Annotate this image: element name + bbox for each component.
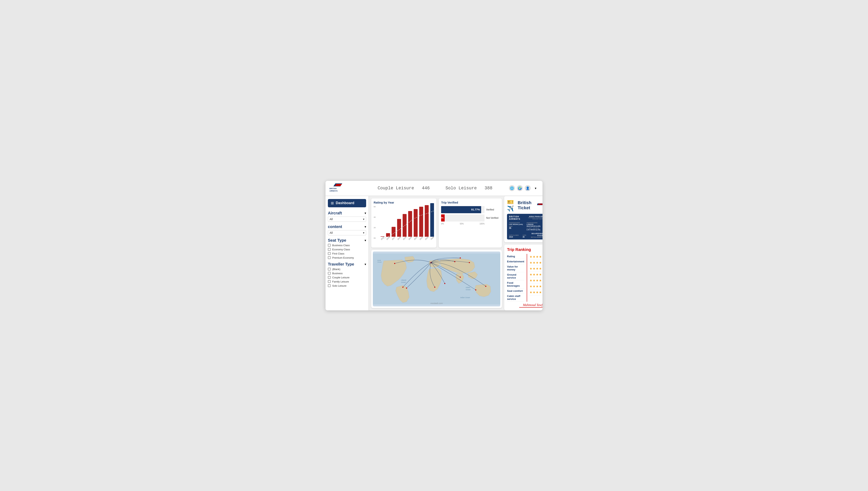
content-chevron-icon: ▾ xyxy=(365,225,366,229)
star-2-2: ★ xyxy=(536,267,538,270)
traveller-type-checkboxes: (Blank)BusinessCouple LeisureFamily Leis… xyxy=(328,268,366,287)
ticket-to: ANDERSEN/PER LONDON HEATHROW (LHR) 21 SE… xyxy=(527,222,542,231)
content-section-header[interactable]: content ▾ xyxy=(328,225,366,229)
dashboard: BRITISH AIRWAYS Couple Leisure 446 Solo … xyxy=(326,181,542,310)
ranking-label-3: Ground service xyxy=(507,273,524,279)
ticket-from-name: ANDERSEN/PER xyxy=(509,222,525,224)
top-row: Rating by Year 6K4K2K0K 2015 2016 2017 2… xyxy=(371,198,502,248)
aircraft-chevron-icon: ▾ xyxy=(365,211,366,215)
seat-type-checkbox-1[interactable] xyxy=(328,248,331,251)
ticket-gate-closes-label: GATE CLOSES 1610 xyxy=(509,235,521,238)
solo-leisure-stat: Solo Leisure 388 xyxy=(445,186,492,191)
user-icon[interactable]: 👤 xyxy=(525,185,531,191)
stars-4: ★★★★☆ xyxy=(529,279,542,282)
ticket-gate-closes-val: 1610 xyxy=(509,236,513,238)
map-svg: Atlantic Ocean Indian Ocean Indian Ocean… xyxy=(373,252,500,307)
seat-type-item-3[interactable]: Premium Economy xyxy=(328,256,366,259)
traveller-type-section-header[interactable]: Traveller Type ▾ xyxy=(328,262,366,266)
seat-type-checkbox-2[interactable] xyxy=(328,252,331,255)
stars-5: ★★★★☆ xyxy=(529,285,542,288)
ranking-labels-col: RatingEntertainmentValue for moneyGround… xyxy=(507,254,524,302)
star-3-0: ★ xyxy=(529,272,532,277)
star-2-1: ★ xyxy=(533,267,535,270)
svg-point-8 xyxy=(460,277,461,278)
traveller-type-item-2[interactable]: Couple Leisure xyxy=(328,276,366,279)
ranking-divider xyxy=(527,254,527,302)
solo-leisure-label: Solo Leisure xyxy=(445,186,476,191)
globe2-icon[interactable]: 🌍 xyxy=(517,185,523,191)
svg-text:Indian Ocean: Indian Ocean xyxy=(460,296,470,298)
dashboard-nav-item[interactable]: ⊞ Dashboard xyxy=(328,199,366,207)
ranking-stars-row-6: ★★★★★ xyxy=(529,289,542,295)
seat-type-item-2[interactable]: First Class xyxy=(328,252,366,255)
bar-group-2021: 2021 xyxy=(414,209,417,239)
ticket-from: ANDERSEN/PER LAS VEGAS (LAS) SEAT 35 xyxy=(509,222,525,231)
ticket-title: British Ticket xyxy=(518,200,535,210)
not-verified-bar-container: 8.23% xyxy=(441,214,485,222)
bar-group-2015: 2015 xyxy=(380,236,384,239)
bar-2019 xyxy=(403,214,407,237)
star-6-2: ★ xyxy=(536,290,538,294)
seat-type-label-0: Business Class xyxy=(332,244,350,247)
traveller-type-item-0[interactable]: (Blank) xyxy=(328,268,366,271)
seat-type-checkbox-3[interactable] xyxy=(328,256,331,259)
traveller-type-item-3[interactable]: Family Leisure xyxy=(328,280,366,283)
ticket-ba-footer: BRITISH AIRWAYS xyxy=(528,236,542,238)
traveller-label-2: Couple Leisure xyxy=(332,276,349,279)
seat-type-label: Seat Type xyxy=(328,238,346,243)
ranking-stars-row-2: ★★★★☆ xyxy=(529,266,542,272)
aircraft-section-header[interactable]: Aircraft ▾ xyxy=(328,211,366,215)
svg-text:Ocean: Ocean xyxy=(377,261,382,263)
seat-type-label-3: Premium Economy xyxy=(332,256,354,259)
traveller-checkbox-3[interactable] xyxy=(328,280,331,283)
svg-text:Ocean: Ocean xyxy=(401,281,406,283)
boarding-pass-image: BRITISH AIRWAYS WORLD TRAVELLER PASSENGE… xyxy=(507,214,542,239)
traveller-type-item-1[interactable]: Business xyxy=(328,272,366,275)
seat-type-item-0[interactable]: Business Class xyxy=(328,244,366,247)
traveller-checkbox-4[interactable] xyxy=(328,284,331,287)
star-4-4: ☆ xyxy=(542,279,542,282)
trip-verified-title: Trip Verified xyxy=(441,201,499,204)
v-axis-100: 100% xyxy=(479,223,485,225)
star-2-0: ★ xyxy=(529,267,532,270)
trip-verified-card: Trip Verified 91.77% Verified xyxy=(439,198,502,248)
main-content: ⊞ Dashboard Aircraft ▾ All ▾ content ▾ xyxy=(326,196,542,310)
verified-row: 91.77% Verified xyxy=(441,206,499,213)
traveller-checkbox-0[interactable] xyxy=(328,268,331,270)
ticket-to-name: ANDERSEN/PER xyxy=(527,222,542,224)
not-verified-label: Not Verified xyxy=(486,216,498,219)
star-6-1: ★ xyxy=(533,290,535,294)
aircraft-dropdown[interactable]: All ▾ xyxy=(328,216,366,222)
traveller-checkbox-1[interactable] xyxy=(328,272,331,275)
not-verified-bar: 8.23% xyxy=(441,214,445,222)
seat-type-section-header[interactable]: Seat Type ▾ xyxy=(328,238,366,243)
content-dropdown[interactable]: All ▾ xyxy=(328,230,366,235)
bar-group-2017: 2017 xyxy=(392,227,396,239)
v-axis-0: 0% xyxy=(441,223,444,225)
bar-group-2016: 2016 xyxy=(386,233,390,239)
traveller-type-item-4[interactable]: Solo Leisure xyxy=(328,284,366,287)
traveller-label-1: Business xyxy=(332,272,343,275)
chevron-down-icon[interactable]: ▾ xyxy=(533,185,538,191)
header-stats: Couple Leisure 446 Solo Leisure 388 xyxy=(365,186,505,191)
ranking-stars-row-1: ★★★★★ xyxy=(529,260,542,266)
british-ticket-card: 🎫✈️ British Ticket BRITISH AIRWAYS WORLD… xyxy=(504,196,542,242)
svg-point-14 xyxy=(485,286,487,287)
ticket-gate-label: GATE 46 xyxy=(523,235,528,238)
ranking-stars-row-3: ★★★★☆ xyxy=(529,272,542,278)
seat-type-label-2: First Class xyxy=(332,252,344,255)
ticket-gate-val: 46 xyxy=(523,236,525,238)
ticket-to-city2: LAS VEGAS (LAS) xyxy=(527,229,542,231)
svg-text:Arctic: Arctic xyxy=(377,259,381,261)
star-0-3: ★ xyxy=(539,255,542,259)
y-label-1: 4K xyxy=(374,216,376,218)
seat-type-item-1[interactable]: Economy Class xyxy=(328,248,366,251)
ticket-world-traveller: WORLD TRAVELLER xyxy=(525,216,542,217)
trip-ranking-card: Trip Ranking RatingEntertainmentValue fo… xyxy=(504,244,542,310)
seat-type-checkbox-0[interactable] xyxy=(328,244,331,247)
svg-point-7 xyxy=(469,262,470,263)
globe-icon[interactable]: 🌐 xyxy=(509,185,515,191)
svg-point-10 xyxy=(444,283,445,284)
watermark: mostadi.com xyxy=(430,302,443,305)
traveller-checkbox-2[interactable] xyxy=(328,276,331,279)
